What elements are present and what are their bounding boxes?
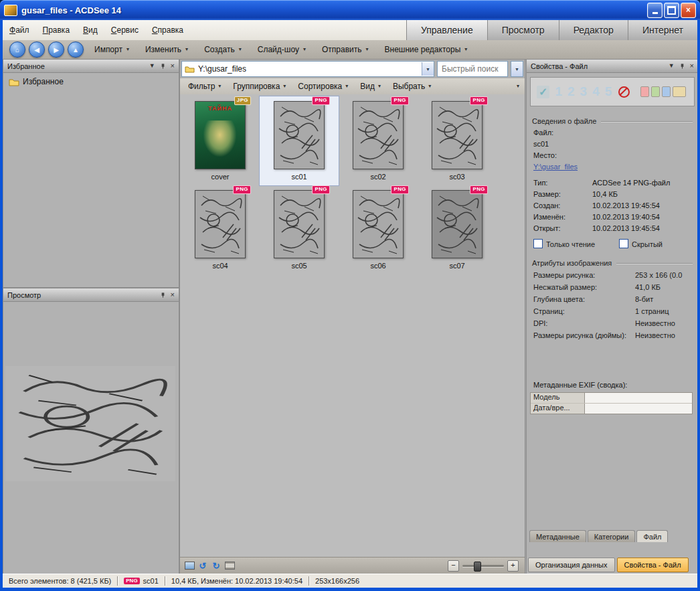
zoom-out-button[interactable]: − <box>448 560 459 572</box>
rating-1[interactable]: 1 <box>555 84 562 99</box>
close-panel-icon[interactable]: × <box>171 62 175 70</box>
favorites-root-item[interactable]: Избранное <box>3 73 179 90</box>
pin-icon[interactable] <box>160 292 166 299</box>
rating-3[interactable]: 3 <box>580 84 588 99</box>
select-dropdown[interactable]: Выбрать▾ <box>387 80 436 93</box>
pin-icon[interactable] <box>679 63 685 70</box>
zoom-in-button[interactable]: + <box>507 560 519 572</box>
close-button[interactable]: × <box>681 3 696 18</box>
filterbar-overflow-icon[interactable]: ▾ <box>517 84 522 89</box>
preview-mode-button[interactable] <box>183 560 195 572</box>
properties-panel-title: Свойства - Файл <box>531 62 588 70</box>
file-opened-label: Открыт: <box>533 224 592 232</box>
import-dropdown[interactable]: Импорт▾ <box>87 42 137 57</box>
png-badge-icon: PNG <box>124 578 139 585</box>
create-dropdown[interactable]: Создать▾ <box>197 42 249 57</box>
rating-5[interactable]: 5 <box>605 84 612 99</box>
panel-menu-icon[interactable]: ▼ <box>149 63 155 69</box>
thumbnail-sc03[interactable]: PNG sc03 <box>418 96 497 185</box>
quick-search-box[interactable] <box>437 61 508 77</box>
thumbnail-sc02[interactable]: PNG sc02 <box>339 96 418 185</box>
tab-view[interactable]: Просмотр <box>487 20 559 41</box>
format-badge: PNG <box>391 185 409 194</box>
menu-tools[interactable]: Сервис <box>104 20 145 40</box>
home-button[interactable]: ⌂ <box>9 41 25 58</box>
back-button[interactable]: ◀ <box>29 41 45 58</box>
forward-button[interactable]: ▶ <box>48 41 64 58</box>
menu-bar: Файл Правка Вид Сервис Справка Управлени… <box>3 20 697 41</box>
send-label: Отправить <box>322 45 362 54</box>
menu-view[interactable]: Вид <box>76 20 104 40</box>
external-editors-dropdown[interactable]: Внешние редакторы▾ <box>377 42 475 57</box>
close-panel-icon[interactable]: × <box>171 291 175 299</box>
chevron-down-icon: ▾ <box>464 47 467 52</box>
file-place-link[interactable]: Y:\gusar_files <box>533 163 578 171</box>
menu-help[interactable]: Справка <box>145 20 190 40</box>
close-panel-icon[interactable]: × <box>690 62 694 70</box>
attr-dpi-row: DPI:Неизвестно <box>533 319 691 327</box>
cover-art-text: ТАЙНА <box>208 105 232 169</box>
tab-categories[interactable]: Категории <box>588 530 636 542</box>
format-badge: PNG <box>391 96 409 105</box>
pin-icon[interactable] <box>160 63 166 70</box>
thumbnail-sc05[interactable]: PNG sc05 <box>260 185 339 274</box>
file-place-label-row: Место: <box>533 151 691 159</box>
thumbnail-grid: ТАЙНА JPG cover PNG sc01 PNG <box>180 94 525 276</box>
color-label-red[interactable] <box>640 86 649 97</box>
organize-data-button[interactable]: Организация данных <box>528 558 615 572</box>
hidden-option[interactable]: Скрытый <box>619 239 663 248</box>
readonly-option[interactable]: Только чтение <box>533 239 595 248</box>
panel-menu-icon[interactable]: ▼ <box>669 63 675 69</box>
up-button[interactable]: ▲ <box>68 41 84 58</box>
sorting-dropdown[interactable]: Сортировка▾ <box>292 80 353 93</box>
zoom-control: − + <box>448 560 521 572</box>
thumbnail-sc06[interactable]: PNG sc06 <box>339 185 418 274</box>
zoom-slider-thumb[interactable] <box>474 562 481 572</box>
color-label-blue[interactable] <box>662 86 671 97</box>
address-path: Y:\gusar_files <box>198 64 246 74</box>
thumbnail-cover[interactable]: ТАЙНА JPG cover <box>181 96 260 185</box>
rotate-left-button[interactable]: ↺ <box>197 560 209 572</box>
rating-2[interactable]: 2 <box>567 84 575 99</box>
color-label-green[interactable] <box>651 86 660 97</box>
edit-dropdown[interactable]: Изменить▾ <box>138 42 195 57</box>
zoom-slider[interactable] <box>462 565 504 567</box>
rotate-right-button[interactable]: ↻ <box>210 560 222 572</box>
view-dropdown[interactable]: Вид▾ <box>355 80 386 93</box>
grouping-label: Группировка <box>233 82 280 91</box>
minimize-button[interactable] <box>647 3 663 18</box>
filter-dropdown[interactable]: Фильтр▾ <box>183 80 226 93</box>
tab-file[interactable]: Файл <box>636 530 668 542</box>
thumbnail-sc01[interactable]: PNG sc01 <box>260 96 339 185</box>
thumbnail-sc04[interactable]: PNG sc04 <box>181 185 260 274</box>
send-dropdown[interactable]: Отправить▾ <box>315 42 376 57</box>
sketch-thumbnail <box>432 191 482 258</box>
filmstrip-mode-button[interactable] <box>224 560 236 572</box>
hidden-checkbox[interactable] <box>619 239 628 248</box>
properties-panel: Свойства - Файл ▼ × ✓ 1 2 3 4 5 <box>526 59 697 574</box>
grouping-dropdown[interactable]: Группировка▾ <box>228 80 291 93</box>
file-name-label: Файл: <box>533 129 553 137</box>
tab-metadata[interactable]: Метаданные <box>529 530 586 542</box>
tab-editor[interactable]: Редактор <box>559 20 628 41</box>
thumbnail-sc07[interactable]: PNG sc07 <box>418 185 497 274</box>
properties-file-button[interactable]: Свойства - Файл <box>617 558 689 572</box>
readonly-checkbox[interactable] <box>533 239 543 248</box>
quick-search-input[interactable] <box>440 64 505 74</box>
menu-edit[interactable]: Правка <box>36 20 77 40</box>
tab-manage[interactable]: Управление <box>406 20 487 41</box>
attr-dpi-value: Неизвестно <box>635 319 691 327</box>
panel-switch-buttons: Организация данных Свойства - Файл <box>528 558 697 572</box>
tab-internet[interactable]: Интернет <box>628 20 697 41</box>
maximize-button[interactable] <box>664 3 679 18</box>
tag-check-icon[interactable]: ✓ <box>537 86 549 98</box>
search-dropdown-button[interactable]: ▼ <box>511 61 523 77</box>
attr-colordepth-label: Глубина цвета: <box>533 295 635 303</box>
address-dropdown-button[interactable]: ▼ <box>422 62 434 76</box>
address-combobox[interactable]: Y:\gusar_files ▼ <box>181 61 434 77</box>
rating-4[interactable]: 4 <box>592 84 600 99</box>
color-label-yellow[interactable] <box>673 86 686 97</box>
no-rating-icon[interactable] <box>618 86 630 98</box>
menu-file[interactable]: Файл <box>3 20 36 40</box>
slideshow-dropdown[interactable]: Слайд-шоу▾ <box>250 42 313 57</box>
